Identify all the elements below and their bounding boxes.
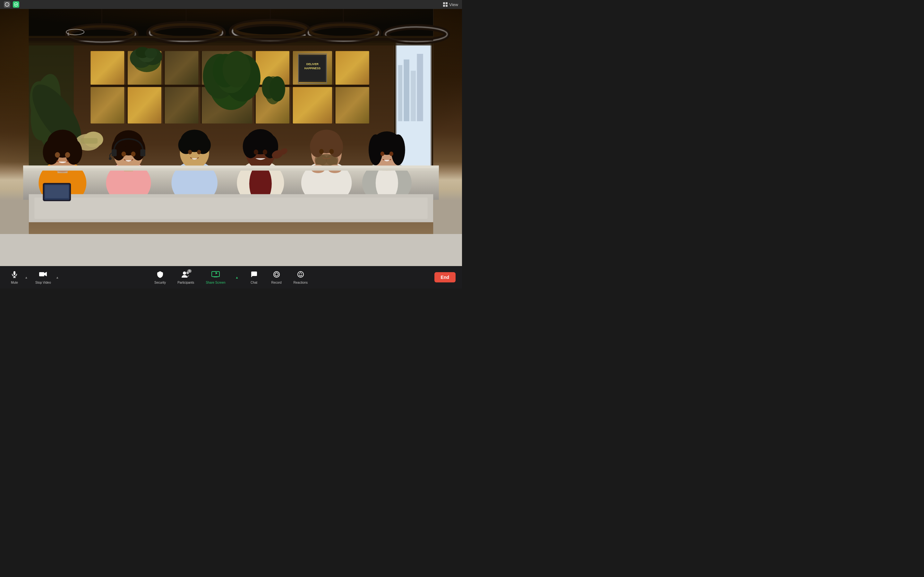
stop-video-button[interactable]: Stop Video: [33, 269, 53, 285]
top-bar: i View: [0, 0, 462, 9]
chat-icon: [250, 271, 258, 279]
security-icon: [156, 271, 164, 279]
reactions-label: Reactions: [294, 281, 308, 284]
shield-security-icon[interactable]: [13, 1, 19, 8]
view-label: View: [449, 2, 458, 7]
reactions-icon: [297, 271, 304, 279]
chat-label: Chat: [250, 281, 257, 284]
share-screen-button[interactable]: Share Screen: [203, 269, 228, 285]
record-button[interactable]: Record: [268, 269, 284, 285]
record-icon: [273, 271, 280, 279]
record-label: Record: [271, 281, 281, 284]
mute-button[interactable]: Mute: [6, 269, 23, 285]
security-button[interactable]: Security: [152, 269, 168, 285]
microphone-icon: [11, 271, 18, 279]
svg-point-179: [301, 273, 302, 274]
share-screen-label: Share Screen: [206, 281, 225, 284]
mute-label: Mute: [11, 281, 18, 284]
view-button[interactable]: View: [443, 2, 458, 7]
toolbar-left: Mute ▲ Stop Video ▲: [6, 269, 60, 285]
svg-rect-2: [443, 2, 445, 4]
video-area: DELIVER HAPPINESS: [0, 9, 462, 234]
participants-icon: 6: [181, 271, 190, 279]
svg-text:i: i: [7, 3, 7, 6]
top-bar-left: i: [4, 1, 19, 8]
svg-rect-4: [443, 5, 445, 7]
chat-button[interactable]: Chat: [246, 269, 262, 285]
svg-point-176: [275, 273, 278, 276]
toolbar: Mute ▲ Stop Video ▲: [0, 266, 462, 288]
mute-chevron[interactable]: ▲: [24, 274, 29, 281]
security-label: Security: [154, 281, 166, 284]
svg-rect-164: [13, 271, 15, 275]
camera-icon: [39, 271, 47, 279]
toolbar-center: Security 6 Participants: [152, 269, 310, 285]
participants-label: Participants: [178, 281, 194, 284]
info-icon[interactable]: i: [4, 1, 10, 8]
reactions-button[interactable]: Reactions: [291, 269, 310, 285]
svg-rect-167: [39, 272, 44, 276]
svg-rect-3: [446, 2, 447, 4]
end-button[interactable]: End: [435, 272, 456, 282]
toolbar-right: End: [435, 272, 456, 282]
stop-video-label: Stop Video: [35, 281, 51, 284]
share-chevron[interactable]: ▲: [234, 274, 240, 281]
sub-panel: [0, 234, 462, 266]
share-screen-icon: [211, 271, 220, 279]
svg-rect-5: [446, 5, 447, 7]
participants-button[interactable]: 6 Participants: [175, 269, 197, 285]
svg-point-178: [299, 273, 300, 274]
svg-point-169: [183, 271, 186, 275]
svg-marker-168: [44, 272, 47, 276]
participants-count: 6: [187, 269, 192, 273]
video-chevron[interactable]: ▲: [55, 274, 60, 281]
svg-point-175: [274, 271, 279, 277]
room-container: DELIVER HAPPINESS: [0, 9, 462, 234]
svg-marker-172: [216, 272, 218, 274]
